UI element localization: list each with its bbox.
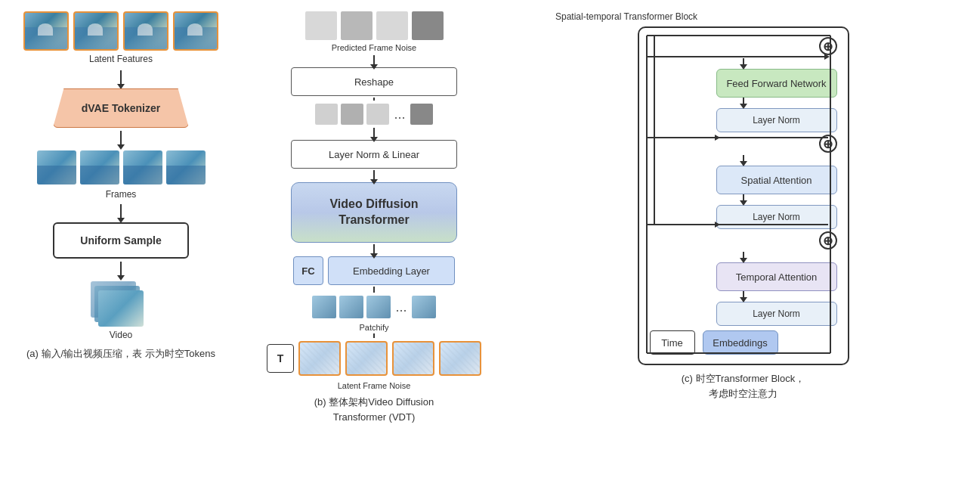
t-box: T [267,344,294,373]
dots2: ... [394,299,408,315]
noise-thumb-3 [392,341,434,376]
conn3 [373,128,375,138]
conn1 [373,55,375,66]
fc-box: FC [293,256,323,285]
c-conn-4 [743,194,744,202]
conn4 [373,170,375,181]
st-block: ⊕ Feed Forward Network Layer Norm ⊕ [638,26,849,365]
embeddings-box: Embeddings [703,330,778,355]
latent-noise-label: Latent Frame Noise [338,381,411,390]
conn5 [373,244,375,255]
sg3 [366,104,389,125]
c-conn-2 [743,98,744,105]
dots1: ... [392,107,407,122]
add-circle-bot: ⊕ [819,231,837,250]
sg2 [341,104,363,125]
pred-patch-1 [305,11,337,40]
arrow-dvae-down [120,70,122,85]
arrow-frames-down [120,131,122,146]
sg4 [410,104,433,125]
latent-noise-row: T [267,341,481,376]
layer-norm-2: Layer Norm [716,205,837,229]
layer-norm-3: Layer Norm [716,302,837,326]
small-gray-row: ... [315,104,432,125]
section-a: Latent Features dVAE Tokenizer Frames Un… [4,8,238,485]
predicted-label: Predicted Frame Noise [332,43,417,52]
patchify-patches: ... [312,296,435,318]
pred-patch-3 [376,11,408,40]
temporal-attention-box: Temporal Attention [716,262,837,291]
noise-thumb-4 [439,341,481,376]
uniform-box: Uniform Sample [53,222,189,259]
latent-frame-3 [123,11,168,51]
frame-1 [37,150,76,184]
conn7 [373,333,375,338]
layer-norm-1: Layer Norm [716,108,837,132]
noise-thumb-1 [298,341,341,376]
video-stack [91,281,151,327]
layer-norm-box: Layer Norm & Linear [291,140,457,169]
latent-label: Latent Features [89,54,153,64]
section-c: Spatial-temporal Transformer Block ⊕ Fee… [510,8,976,485]
latent-frames-row [23,11,218,51]
frame-2 [80,150,119,184]
section-b: Predicted Frame Noise Reshape ... Layer … [238,8,510,485]
ffn-box: Feed Forward Network [716,69,837,98]
time-box: Time [650,330,695,355]
noise-thumb-2 [345,341,388,376]
caption-c: (c) 时空Transformer Block， 考虑时空注意力 [682,371,805,401]
embed-row: FC Embedding Layer [246,256,502,285]
st-block-title: Spatial-temporal Transformer Block [555,11,697,22]
latent-frame-1 [23,11,69,51]
pp4 [412,296,436,318]
video-label: Video [110,330,132,340]
c-conn-1 [743,58,744,66]
reshape-box: Reshape [291,67,457,96]
pp3 [366,296,391,318]
predicted-frames [305,11,444,40]
sg1 [315,104,338,125]
conn2 [373,98,375,101]
pred-patch-4 [412,11,444,40]
pp2 [339,296,363,318]
patchify-label: Patchify [359,323,388,332]
frames-row [37,150,206,184]
conn6 [373,287,375,293]
arrow-video-down [120,262,122,277]
caption-b: (b) 整体架构Video Diffusion Transformer (VDT… [314,395,434,424]
c-conn-6 [743,291,744,299]
add-circle-mid: ⊕ [819,135,837,153]
video-layer-1 [98,290,144,327]
spatial-attention-box: Spatial Attention [716,166,837,194]
frame-3 [123,150,162,184]
c-conn-5 [743,252,744,259]
pp1 [312,296,336,318]
bottom-row: Time Embeddings [650,330,837,355]
latent-frame-2 [73,11,119,51]
latent-frame-4 [173,11,218,51]
caption-a: (a) 输入/输出视频压缩，表 示为时空Tokens [26,346,215,361]
arrow-uniform-down [120,204,122,219]
pred-patch-2 [341,11,373,40]
embed-box: Embedding Layer [328,256,455,285]
add-circle-top: ⊕ [819,37,837,55]
c-conn-3 [743,155,744,163]
vdt-box: Video Diffusion Transformer [291,182,457,243]
dvae-box: dVAE Tokenizer [53,88,189,128]
frames-label: Frames [106,189,137,200]
frame-4 [166,150,206,184]
